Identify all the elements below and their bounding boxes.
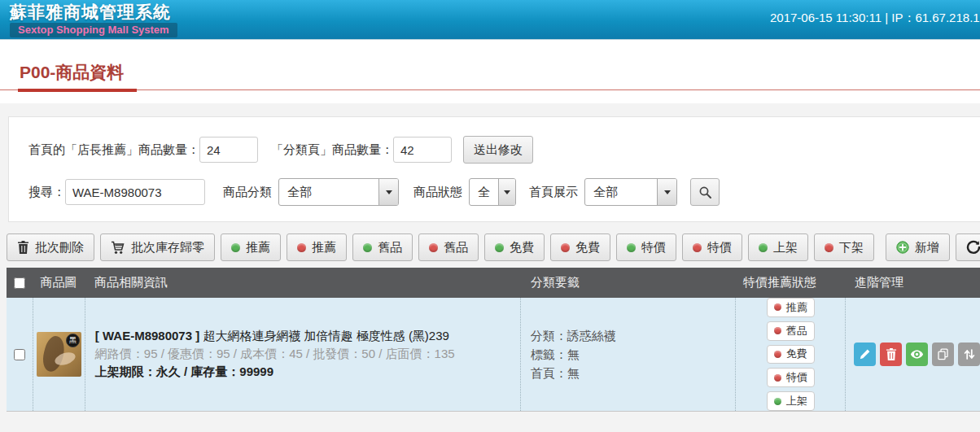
eye-icon: [910, 348, 924, 360]
bulk-publish-button[interactable]: 上架: [748, 233, 808, 261]
bulk-button-label: 特價: [641, 240, 666, 255]
bulk-old-off-button[interactable]: 舊品: [418, 233, 479, 261]
green-dot-icon: [231, 243, 240, 252]
status-badge-label: 上架: [786, 394, 807, 408]
row-image-cell: 黑: [33, 298, 85, 411]
search-input[interactable]: [65, 179, 205, 205]
page-title: P00-商品資料: [18, 61, 137, 92]
header-product-image: 商品圖: [33, 275, 85, 290]
home-line: 首頁：無: [531, 364, 736, 382]
red-dot-icon: [774, 351, 781, 358]
pencil-icon: [859, 348, 871, 360]
refresh-button[interactable]: [956, 233, 980, 261]
bulk-sale-on-button[interactable]: 特價: [616, 233, 676, 261]
green-dot-icon: [363, 243, 372, 252]
category-filter-label: 商品分類: [223, 185, 272, 200]
category-filter-select[interactable]: 全部: [278, 178, 399, 206]
refresh-icon: [966, 240, 980, 255]
green-dot-icon: [627, 243, 636, 252]
status-badge-recommend[interactable]: 推薦: [767, 298, 815, 317]
add-product-button[interactable]: 新增: [886, 233, 950, 261]
header-product-info: 商品相關資訊: [85, 275, 521, 290]
trash-icon: [886, 348, 897, 360]
trash-icon: [17, 241, 29, 254]
row-actions-cell: [845, 298, 980, 411]
bulk-free-on-button[interactable]: 免費: [484, 233, 545, 261]
bulk-sale-off-button[interactable]: 特價: [682, 233, 742, 261]
home-display-filter-label: 首頁展示: [529, 185, 578, 200]
chevron-down-icon: [498, 179, 515, 205]
status-badge-published[interactable]: 上架: [767, 391, 815, 411]
red-dot-icon: [561, 243, 570, 252]
green-dot-icon: [759, 243, 768, 252]
submit-changes-button[interactable]: 送出修改: [463, 136, 533, 164]
home-display-filter-select[interactable]: 全部: [584, 178, 677, 206]
row-checkbox[interactable]: [14, 349, 25, 360]
row-select-cell: [7, 298, 33, 411]
filter-panel: 首頁的「店長推薦」商品數量： 「分類頁」商品數量： 送出修改 搜尋： 商品分類 …: [8, 116, 980, 222]
status-badge-label: 免費: [786, 347, 807, 361]
product-name: 超大網格連身網襪 加倍情趣 極度性感 (黑)239: [203, 329, 449, 343]
bulk-unpublish-button[interactable]: 下架: [814, 233, 874, 261]
red-dot-icon: [774, 303, 781, 311]
select-all-checkbox[interactable]: [14, 277, 25, 289]
app-title: 蘇菲雅商城管理系統: [10, 2, 177, 22]
product-price-line: 網路價：95 / 優惠價：95 / 成本價：45 / 批發價：50 / 店面價：…: [95, 347, 520, 362]
copy-button[interactable]: [932, 343, 954, 366]
status-filter-label: 商品狀態: [413, 185, 462, 200]
cart-icon: [111, 241, 125, 255]
category-filter-value: 全部: [279, 179, 378, 205]
product-thumbnail[interactable]: 黑: [37, 332, 81, 377]
tag-line: 標籤：無: [531, 345, 736, 364]
chevron-down-icon: [378, 179, 398, 205]
search-button[interactable]: [690, 178, 720, 206]
page-title-underline: P00-商品資料: [0, 61, 980, 90]
page-header: P00-商品資料: [0, 40, 980, 103]
bulk-recommend-off-button[interactable]: 推薦: [287, 233, 347, 261]
header-sale-recommend-status: 特價推薦狀態: [737, 275, 847, 290]
product-stock-line: 上架期限：永久 / 庫存量：99999: [95, 364, 520, 380]
edit-button[interactable]: [854, 343, 876, 366]
sort-move-button[interactable]: [958, 343, 980, 366]
red-dot-icon: [774, 327, 781, 334]
row-status-cell: 推薦 舊品 免費 特價 上架: [735, 298, 845, 411]
status-filter-select[interactable]: 全部: [469, 178, 516, 206]
status-filter-value: 全部: [470, 179, 498, 205]
search-label: 搜尋：: [28, 185, 65, 200]
bulk-button-label: 特價: [707, 240, 732, 255]
bulk-actions-toolbar: 批次刪除 批次庫存歸零 推薦 推薦 舊品: [7, 233, 980, 261]
red-dot-icon: [774, 374, 781, 382]
bulk-button-label: 舊品: [444, 240, 468, 255]
delete-button[interactable]: [880, 343, 902, 366]
bulk-recommend-on-button[interactable]: 推薦: [221, 233, 281, 261]
batch-delete-button[interactable]: 批次刪除: [7, 233, 94, 261]
bulk-button-label: 推薦: [246, 240, 270, 255]
bulk-button-label: 上架: [773, 240, 798, 255]
status-badge-label: 特價: [786, 370, 807, 385]
bulk-free-off-button[interactable]: 免費: [550, 233, 610, 261]
home-display-filter-value: 全部: [585, 179, 657, 205]
product-code: [ WAE-M8980073 ]: [95, 329, 199, 343]
row-category-cell: 分類：誘惑絲襪 標籤：無 首頁：無: [520, 298, 736, 411]
status-badge-sale[interactable]: 特價: [767, 368, 815, 387]
status-badge-free[interactable]: 免費: [767, 345, 815, 364]
recommend-count-input[interactable]: [199, 137, 258, 163]
status-badge-label: 推薦: [786, 300, 807, 315]
bulk-button-label: 下架: [839, 240, 864, 255]
red-dot-icon: [297, 243, 306, 252]
batch-stock-zero-button[interactable]: 批次庫存歸零: [100, 233, 215, 261]
header-select-all-cell: [7, 277, 33, 289]
category-page-count-input[interactable]: [393, 137, 452, 163]
bulk-button-label: 免費: [510, 240, 534, 255]
status-badge-label: 舊品: [786, 324, 807, 338]
recommend-count-label: 首頁的「店長推薦」商品數量：: [28, 142, 199, 158]
app-header: 蘇菲雅商城管理系統 Sextop Shopping Mall System 20…: [0, 0, 980, 40]
red-dot-icon: [825, 243, 833, 252]
view-button[interactable]: [906, 343, 928, 366]
status-badge-old[interactable]: 舊品: [767, 321, 815, 341]
batch-stock-zero-label: 批次庫存歸零: [131, 240, 204, 255]
red-dot-icon: [429, 243, 438, 252]
bulk-old-on-button[interactable]: 舊品: [352, 233, 413, 261]
add-product-label: 新增: [915, 240, 939, 255]
bulk-button-label: 免費: [575, 240, 600, 255]
